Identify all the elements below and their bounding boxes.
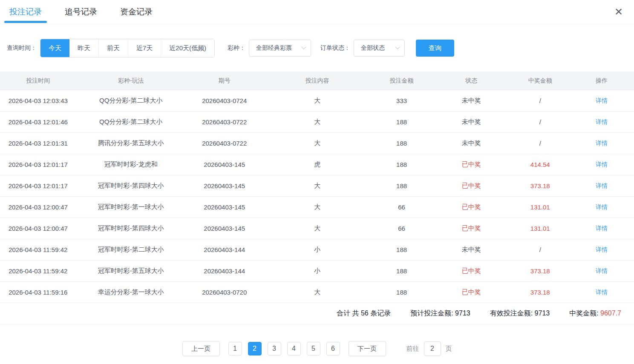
- table-row: 2026-04-03 12:00:47 冠军时时彩-第四球大小 20260403…: [0, 218, 634, 239]
- summary-total: 合计 共 56 条记录: [337, 309, 391, 318]
- cell-content: 大: [263, 139, 372, 147]
- lottery-type-select[interactable]: 全部经典彩票: [249, 40, 311, 57]
- goto-page-input[interactable]: [424, 341, 441, 356]
- table-row: 2026-04-03 12:03:43 QQ分分彩-第二球大小 20260403…: [0, 90, 634, 112]
- goto-label: 前往: [406, 345, 419, 353]
- detail-link[interactable]: 详情: [596, 203, 608, 210]
- prev-page-button[interactable]: 上一页: [182, 341, 220, 356]
- chevron-down-icon: [395, 45, 400, 49]
- cell-game: QQ分分彩-第二球大小: [76, 118, 186, 126]
- tab-fund-records[interactable]: 资金记录: [120, 0, 153, 24]
- order-status-select[interactable]: 全部状态: [354, 40, 405, 57]
- page-button-2[interactable]: 2: [248, 342, 262, 355]
- cell-bet-time: 2026-04-03 12:00:47: [0, 225, 76, 232]
- lottery-type-label: 彩种：: [228, 44, 245, 52]
- order-status-value: 全部状态: [361, 44, 385, 52]
- order-status-label: 订单状态：: [320, 44, 350, 52]
- cell-issue: 20260403-144: [186, 246, 263, 253]
- cell-content: 大: [263, 224, 372, 232]
- cell-amount: 333: [372, 97, 432, 104]
- cell-amount: 188: [372, 267, 432, 275]
- cell-status: 未中奖: [432, 97, 511, 105]
- header-game: 彩种-玩法: [76, 77, 186, 85]
- table-row: 2026-04-03 12:01:46 QQ分分彩-第二球大小 20260403…: [0, 112, 634, 133]
- header-status: 状态: [432, 77, 511, 85]
- cell-game: QQ分分彩-第二球大小: [76, 97, 186, 105]
- cell-bet-time: 2026-04-03 11:59:16: [0, 289, 76, 296]
- next-page-button[interactable]: 下一页: [349, 341, 386, 356]
- cell-issue: 20260403-0722: [186, 140, 263, 147]
- search-button[interactable]: 查询: [416, 40, 454, 57]
- cell-issue: 20260403-145: [186, 203, 263, 211]
- cell-content: 大: [263, 288, 372, 296]
- cell-status: 已中奖: [432, 182, 511, 190]
- summary-row: 合计 共 56 条记录 预计投注金额: 9713 有效投注金额: 9713 中奖…: [0, 303, 634, 324]
- time-option-yesterday[interactable]: 昨天: [69, 39, 98, 57]
- cell-win-amount: /: [511, 97, 569, 104]
- cell-win-amount: 373.18: [511, 289, 569, 296]
- detail-link[interactable]: 详情: [596, 118, 608, 125]
- header-action: 操作: [569, 77, 634, 85]
- table-row: 2026-04-03 12:01:17 冠军时时彩-第四球大小 20260403…: [0, 175, 634, 197]
- detail-link[interactable]: 详情: [596, 161, 608, 168]
- summary-expected-amount: 预计投注金额: 9713: [410, 309, 470, 318]
- goto-page-group: 前往 页: [406, 341, 452, 356]
- table-header-row: 投注时间 彩种-玩法 期号 投注内容 投注金额 状态 中奖金额 操作: [0, 72, 634, 90]
- time-option-today[interactable]: 今天: [40, 39, 69, 57]
- query-time-label: 查询时间：: [7, 44, 37, 52]
- time-option-20days[interactable]: 近20天(低频): [161, 39, 214, 57]
- cell-bet-time: 2026-04-03 11:59:42: [0, 267, 76, 275]
- cell-game: 冠军时时彩-第四球大小: [76, 182, 186, 190]
- detail-link[interactable]: 详情: [596, 267, 608, 274]
- close-icon[interactable]: ✕: [614, 7, 623, 17]
- cell-win-amount: 414.54: [511, 161, 569, 168]
- detail-link[interactable]: 详情: [596, 289, 608, 295]
- table-row: 2026-04-03 12:00:47 冠军时时彩-第一球大小 20260403…: [0, 197, 634, 218]
- cell-bet-time: 2026-04-03 12:01:17: [0, 182, 76, 189]
- cell-amount: 66: [372, 225, 432, 232]
- detail-link[interactable]: 详情: [596, 182, 608, 189]
- pagination: 上一页 1 2 3 4 5 6 下一页 前往 页: [0, 341, 634, 356]
- cell-issue: 20260403-144: [186, 267, 263, 275]
- header-bet-time: 投注时间: [0, 77, 76, 85]
- cell-game: 冠军时时彩-第四球大小: [76, 224, 186, 232]
- page-button-5[interactable]: 5: [307, 342, 320, 355]
- page-button-6[interactable]: 6: [326, 342, 340, 355]
- table-row: 2026-04-03 12:01:17 冠军时时彩-龙虎和 20260403-1…: [0, 154, 634, 175]
- summary-win-value: 9607.7: [600, 310, 621, 317]
- summary-valid-amount: 有效投注金额: 9713: [490, 309, 550, 318]
- cell-content: 大: [263, 118, 372, 126]
- page-button-4[interactable]: 4: [287, 342, 301, 355]
- lottery-type-value: 全部经典彩票: [256, 44, 292, 52]
- detail-link[interactable]: 详情: [596, 140, 608, 146]
- cell-game: 冠军时时彩-第二球大小: [76, 246, 186, 254]
- header-win-amount: 中奖金额: [511, 77, 569, 85]
- cell-bet-time: 2026-04-03 11:59:42: [0, 246, 76, 253]
- page-button-1[interactable]: 1: [228, 342, 242, 355]
- page-button-3[interactable]: 3: [268, 342, 281, 355]
- cell-content: 大: [263, 97, 372, 105]
- header-content: 投注内容: [263, 77, 372, 85]
- cell-issue: 20260403-145: [186, 161, 263, 168]
- tab-bet-records[interactable]: 投注记录: [9, 0, 42, 24]
- cell-issue: 20260403-0722: [186, 118, 263, 126]
- cell-content: 大: [263, 203, 372, 211]
- cell-issue: 20260403-0724: [186, 97, 263, 104]
- time-option-7days[interactable]: 近7天: [128, 39, 161, 57]
- cell-content: 大: [263, 182, 372, 190]
- cell-status: 已中奖: [432, 288, 511, 296]
- detail-link[interactable]: 详情: [596, 246, 608, 253]
- table-row: 2026-04-03 12:01:31 腾讯分分彩-第五球大小 20260403…: [0, 133, 634, 154]
- summary-win-amount: 中奖金额: 9607.7: [569, 309, 621, 318]
- tab-chase-records[interactable]: 追号记录: [65, 0, 97, 24]
- header-amount: 投注金额: [372, 77, 432, 85]
- cell-issue: 20260403-145: [186, 225, 263, 232]
- cell-win-amount: 131.01: [511, 225, 569, 232]
- cell-win-amount: 373.18: [511, 182, 569, 189]
- cell-amount: 188: [372, 118, 432, 126]
- cell-win-amount: /: [511, 140, 569, 147]
- time-option-day-before[interactable]: 前天: [98, 39, 128, 57]
- header-issue: 期号: [186, 77, 263, 85]
- detail-link[interactable]: 详情: [596, 225, 608, 232]
- detail-link[interactable]: 详情: [596, 97, 608, 104]
